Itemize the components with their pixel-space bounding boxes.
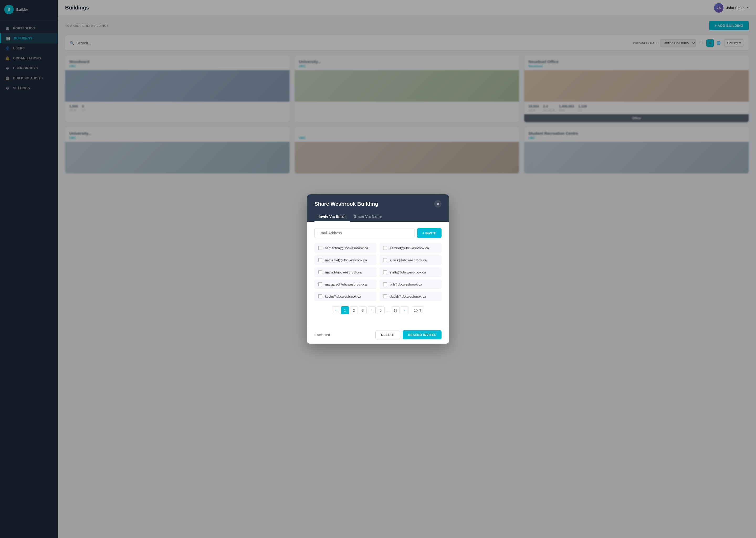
email-item-10[interactable]: david@ubcwesbrook.ca [379, 292, 442, 301]
email-item-6[interactable]: stella@ubcwesbrook.ca [379, 267, 442, 277]
per-page-select[interactable]: 10 ⬆ [412, 306, 424, 314]
resend-invites-button[interactable]: RESEND INVITES [403, 330, 442, 340]
page-1-button[interactable]: 1 [341, 306, 349, 314]
email-address-2: samuel@ubcwesbrook.ca [390, 246, 429, 250]
modal-tabs: Invite Via Email Share Via Name [314, 212, 442, 222]
pagination: ‹ 1 2 3 4 5 ... 19 › 10 ⬆ [314, 306, 442, 314]
per-page-chevron-icon: ⬆ [419, 308, 422, 312]
email-address-7: margaret@ubcwesbrook.ca [325, 282, 367, 286]
email-checkbox-6[interactable] [383, 270, 387, 274]
email-item-7[interactable]: margaret@ubcwesbrook.ca [314, 280, 377, 289]
delete-button[interactable]: DELETE [375, 330, 400, 340]
page-dots: ... [386, 308, 391, 312]
page-4-button[interactable]: 4 [368, 306, 376, 314]
next-page-button[interactable]: › [401, 306, 408, 314]
modal-footer: 0 selected DELETE RESEND INVITES [307, 326, 449, 344]
page-3-button[interactable]: 3 [359, 306, 367, 314]
page-5-button[interactable]: 5 [377, 306, 385, 314]
footer-actions: DELETE RESEND INVITES [375, 330, 442, 340]
email-address-5: maria@ubcwesbrook.ca [325, 270, 362, 274]
email-checkbox-2[interactable] [383, 246, 387, 250]
email-address-9: kevin@ubcwesbrook.ca [325, 295, 361, 298]
page-2-button[interactable]: 2 [350, 306, 358, 314]
email-item-8[interactable]: bill@ubcwesbrook.ca [379, 280, 442, 289]
email-checkbox-4[interactable] [383, 258, 387, 262]
selected-count: 0 selected [314, 333, 330, 337]
modal-overlay: Share Wesbrook Building ✕ Invite Via Ema… [0, 0, 756, 538]
email-address-1: samantha@ubcwesbrook.ca [325, 246, 368, 250]
email-item-4[interactable]: alissa@ubcwesbrook.ca [379, 255, 442, 265]
invite-button[interactable]: + INVITE [417, 228, 442, 238]
modal-close-button[interactable]: ✕ [434, 200, 442, 207]
email-input[interactable] [314, 228, 414, 238]
tab-invite-email[interactable]: Invite Via Email [314, 212, 350, 222]
email-item-1[interactable]: samantha@ubcwesbrook.ca [314, 243, 377, 253]
email-checkbox-1[interactable] [318, 246, 322, 250]
email-address-3: nathaniel@ubcwesbrook.ca [325, 258, 367, 262]
email-checkbox-8[interactable] [383, 282, 387, 286]
modal-body: + INVITE samantha@ubcwesbrook.ca samuel@… [307, 222, 449, 326]
prev-page-button[interactable]: ‹ [332, 306, 340, 314]
email-checkbox-9[interactable] [318, 294, 322, 298]
email-checkbox-10[interactable] [383, 294, 387, 298]
page-19-button[interactable]: 19 [392, 306, 400, 314]
email-address-4: alissa@ubcwesbrook.ca [390, 258, 427, 262]
share-modal: Share Wesbrook Building ✕ Invite Via Ema… [307, 194, 449, 344]
emails-grid: samantha@ubcwesbrook.ca samuel@ubcwesbro… [314, 243, 442, 301]
email-address-8: bill@ubcwesbrook.ca [390, 282, 422, 286]
email-item-5[interactable]: maria@ubcwesbrook.ca [314, 267, 377, 277]
email-item-2[interactable]: samuel@ubcwesbrook.ca [379, 243, 442, 253]
email-item-3[interactable]: nathaniel@ubcwesbrook.ca [314, 255, 377, 265]
email-checkbox-5[interactable] [318, 270, 322, 274]
email-item-9[interactable]: kevin@ubcwesbrook.ca [314, 292, 377, 301]
email-checkbox-3[interactable] [318, 258, 322, 262]
modal-title: Share Wesbrook Building [314, 201, 378, 207]
invite-row: + INVITE [314, 228, 442, 238]
tab-share-name[interactable]: Share Via Name [350, 212, 386, 222]
email-address-10: david@ubcwesbrook.ca [390, 295, 426, 298]
email-checkbox-7[interactable] [318, 282, 322, 286]
email-address-6: stella@ubcwesbrook.ca [390, 270, 426, 274]
modal-header: Share Wesbrook Building ✕ Invite Via Ema… [307, 194, 449, 222]
